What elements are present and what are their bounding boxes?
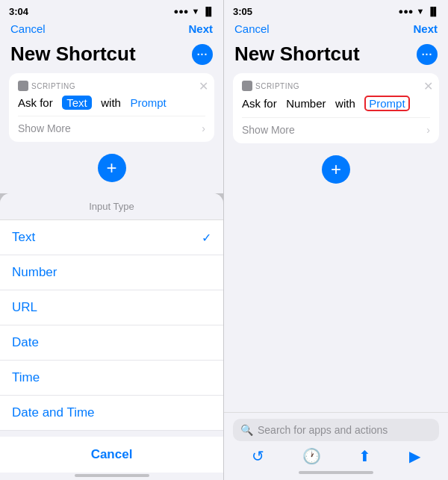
search-icon: 🔍: [240, 424, 253, 436]
bottom-toolbar: ↺ 🕐 ⬆ ▶: [233, 441, 439, 470]
page-title-row-right: New Shortcut ···: [224, 40, 448, 73]
history-icon[interactable]: ↺: [252, 447, 264, 465]
dropdown-cancel-button[interactable]: Cancel: [0, 437, 223, 473]
card-close-left[interactable]: ✕: [199, 79, 208, 93]
type-pill-right[interactable]: Number: [286, 97, 326, 110]
ask-for-label-right: Ask for: [242, 97, 277, 110]
cancel-button-left[interactable]: Cancel: [10, 22, 46, 35]
next-button-left[interactable]: Next: [188, 22, 213, 35]
wifi-icon-right: ▼: [417, 7, 425, 16]
left-panel: 3:04 ●●● ▼ ▐▌ Cancel Next New Shortcut ·…: [0, 0, 224, 480]
card-close-right[interactable]: ✕: [423, 79, 433, 93]
page-title-row-left: New Shortcut ···: [0, 40, 223, 73]
prompt-pill-right[interactable]: Prompt: [364, 96, 409, 111]
with-label-right: with: [335, 97, 355, 110]
card-label-right: SCRIPTING: [242, 81, 430, 91]
right-panel: 3:05 ●●● ▼ ▐▌ Cancel Next New Shortcut ·…: [224, 0, 448, 480]
search-placeholder: Search for apps and actions: [258, 424, 388, 436]
scripting-icon-left: [18, 81, 28, 91]
battery-icon: ▐▌: [202, 7, 214, 16]
scripting-card-left: SCRIPTING ✕ Ask for Text with Prompt Sho…: [9, 73, 214, 142]
search-bar[interactable]: 🔍 Search for apps and actions: [233, 419, 439, 441]
home-indicator-right: [299, 471, 373, 474]
show-more-right[interactable]: Show More ›: [242, 117, 430, 136]
check-icon: ✓: [202, 231, 211, 245]
add-button-right[interactable]: +: [322, 155, 350, 184]
chevron-icon-left: ›: [202, 122, 205, 134]
signal-icon: ●●●: [174, 7, 189, 16]
with-label-left: with: [101, 96, 121, 109]
nav-bar-right: Cancel Next: [224, 21, 448, 40]
status-time-right: 3:05: [233, 6, 252, 17]
status-bar-left: 3:04 ●●● ▼ ▐▌: [0, 0, 223, 21]
battery-icon-right: ▐▌: [427, 7, 439, 16]
status-time-left: 3:04: [9, 6, 28, 17]
nav-bar-left: Cancel Next: [0, 21, 223, 40]
type-pill-left[interactable]: Text: [62, 96, 92, 110]
dropdown-item-datetime[interactable]: Date and Time: [0, 396, 223, 431]
dropdown-header: Input Type: [0, 193, 223, 220]
recent-icon[interactable]: 🕐: [302, 447, 321, 465]
dropdown-item-time[interactable]: Time: [0, 361, 223, 396]
scripting-card-right: SCRIPTING ✕ Ask for Number with Prompt S…: [233, 73, 439, 143]
status-icons-right: ●●● ▼ ▐▌: [399, 7, 439, 16]
bottom-search-area: 🔍 Search for apps and actions ↺ 🕐 ⬆ ▶: [224, 412, 448, 480]
status-icons-left: ●●● ▼ ▐▌: [174, 7, 214, 16]
card-label-left: SCRIPTING: [18, 81, 205, 91]
prompt-pill-left[interactable]: Prompt: [130, 96, 166, 109]
dropdown-item-number[interactable]: Number: [0, 255, 223, 290]
signal-icon-right: ●●●: [399, 7, 414, 16]
add-button-left[interactable]: +: [98, 154, 126, 182]
share-icon[interactable]: ⬆: [358, 447, 371, 465]
page-title-left: New Shortcut: [10, 43, 136, 66]
ask-for-label-left: Ask for: [18, 96, 53, 109]
card-content-left: Ask for Text with Prompt: [18, 96, 205, 110]
chevron-icon-right: ›: [426, 124, 430, 136]
page-title-right: New Shortcut: [234, 43, 360, 66]
dropdown-item-url[interactable]: URL: [0, 290, 223, 325]
home-indicator-left: [75, 474, 149, 477]
more-button-right[interactable]: ···: [417, 44, 438, 65]
dropdown-item-text[interactable]: Text ✓: [0, 220, 223, 255]
scripting-icon-right: [242, 81, 252, 91]
status-bar-right: 3:05 ●●● ▼ ▐▌: [224, 0, 448, 21]
show-more-left[interactable]: Show More ›: [18, 116, 205, 134]
card-content-right: Ask for Number with Prompt: [242, 96, 430, 111]
dropdown-sheet: Input Type Text ✓ Number URL Date Time D…: [0, 193, 223, 480]
cancel-button-right[interactable]: Cancel: [234, 22, 270, 35]
more-button-left[interactable]: ···: [192, 44, 213, 65]
dropdown-item-date[interactable]: Date: [0, 325, 223, 361]
wifi-icon: ▼: [192, 7, 200, 16]
next-button-right[interactable]: Next: [413, 22, 438, 35]
dropdown-overlay: Input Type Text ✓ Number URL Date Time D…: [0, 193, 223, 480]
send-icon[interactable]: ▶: [409, 447, 420, 465]
